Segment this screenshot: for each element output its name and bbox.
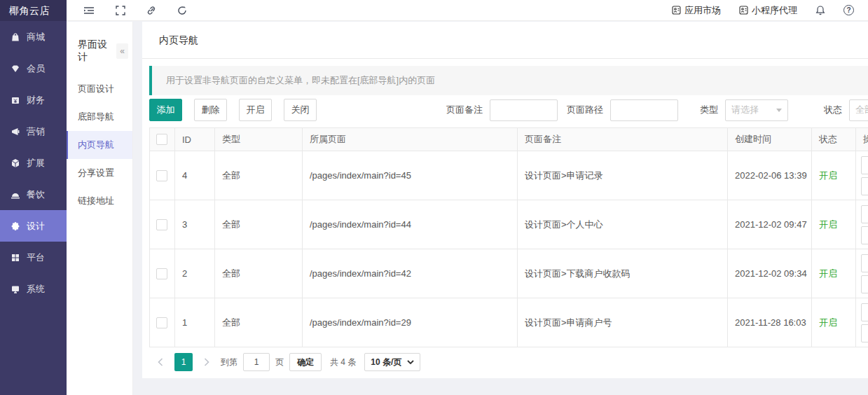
prev-page-button[interactable]	[152, 353, 169, 371]
row-action-button[interactable]	[861, 303, 868, 321]
row-checkbox[interactable]	[156, 219, 167, 230]
row-checkbox[interactable]	[156, 317, 167, 328]
row-action-button[interactable]	[861, 156, 868, 174]
sidebar-item-marketing[interactable]: 营销	[0, 116, 67, 147]
status-filter-select[interactable]: 全部	[849, 99, 868, 121]
path-filter-input[interactable]	[610, 99, 678, 121]
status-select-value: 全部	[855, 104, 868, 116]
cell-type: 全部	[215, 298, 303, 347]
total-count-label: 共 4 条	[330, 356, 356, 368]
secondary-sidebar-title: 界面设计	[78, 39, 116, 64]
sidebar-item-finance[interactable]: 财务	[0, 84, 67, 116]
goto-page-input[interactable]	[243, 353, 270, 371]
remark-filter-input[interactable]	[490, 99, 558, 121]
subnav-item-page-design[interactable]: 页面设计	[67, 75, 132, 103]
primary-sidebar: 椰角云店 商城 会员 财务 营销 扩展 餐饮 设计 平台 系统	[0, 0, 67, 395]
table-row: 2 全部 /pages/index/main?id=42 设计页面>下载商户收款…	[150, 249, 868, 298]
table-header-row: ID 类型 所属页面 页面备注 创建时间 状态 操作	[150, 128, 868, 151]
cell-page: /pages/index/main?id=29	[303, 298, 518, 347]
filter-remark: 页面备注	[446, 99, 558, 121]
member-icon	[11, 64, 20, 74]
sidebar-item-design[interactable]: 设计	[0, 210, 67, 242]
row-action-button[interactable]	[861, 205, 868, 223]
app-market-link[interactable]: 应用市场	[672, 4, 721, 17]
finance-icon	[11, 95, 20, 105]
sidebar-item-mall[interactable]: 商城	[0, 21, 67, 53]
topbar: 应用市场 小程序代理 ?	[67, 0, 868, 21]
sidebar-item-label: 平台	[27, 251, 45, 264]
filter-status: 状态 全部	[824, 99, 868, 121]
type-select-placeholder: 请选择	[731, 104, 759, 116]
collapse-menu-icon[interactable]	[83, 6, 95, 15]
page-title: 内页导航	[142, 22, 868, 59]
data-table: ID 类型 所属页面 页面备注 创建时间 状态 操作 4 全部 /pages/i…	[149, 127, 868, 347]
row-action-button[interactable]	[861, 324, 868, 342]
cell-created: 2021-12-02 09:34	[728, 249, 812, 298]
dining-icon	[11, 190, 20, 200]
subnav-item-bottom-nav[interactable]: 底部导航	[67, 103, 132, 131]
row-checkbox[interactable]	[156, 170, 167, 181]
goto-confirm-button[interactable]: 确定	[289, 353, 322, 371]
content-card: 内页导航 用于设置非导航页面的自定义菜单，即未配置在[底部导航]内的页面 添加 …	[142, 22, 868, 378]
per-page-value: 10 条/页	[371, 356, 401, 368]
sidebar-collapse-button[interactable]: «	[116, 43, 128, 59]
cell-type: 全部	[215, 200, 303, 249]
status-badge: 开启	[812, 200, 856, 249]
mall-icon	[11, 32, 20, 42]
cell-remark: 设计页面>申请记录	[518, 151, 728, 200]
mini-program-agent-label: 小程序代理	[752, 4, 797, 17]
row-checkbox[interactable]	[156, 268, 167, 279]
path-filter-label: 页面路径	[567, 104, 603, 116]
info-banner-text: 用于设置非导航页面的自定义菜单，即未配置在[底部导航]内的页面	[166, 74, 435, 87]
subnav-item-inner-nav[interactable]: 内页导航	[67, 131, 132, 159]
info-banner: 用于设置非导航页面的自定义菜单，即未配置在[底部导航]内的页面	[149, 66, 868, 95]
system-icon	[11, 284, 20, 294]
sidebar-item-member[interactable]: 会员	[0, 53, 67, 84]
app-market-icon	[672, 6, 681, 15]
select-all-checkbox[interactable]	[156, 134, 167, 145]
delete-button[interactable]: 删除	[194, 99, 227, 121]
next-page-button[interactable]	[198, 353, 215, 371]
help-icon[interactable]: ?	[843, 5, 854, 15]
chevron-down-icon	[407, 360, 414, 364]
row-action-button[interactable]	[861, 254, 868, 272]
col-header-status: 状态	[812, 128, 856, 151]
sidebar-item-extension[interactable]: 扩展	[0, 147, 67, 179]
add-button[interactable]: 添加	[149, 99, 182, 121]
enable-button[interactable]: 开启	[239, 99, 272, 121]
page-unit-label: 页	[275, 356, 284, 368]
sidebar-item-system[interactable]: 系统	[0, 273, 67, 305]
sidebar-item-label: 餐饮	[27, 188, 45, 201]
row-action-button[interactable]	[861, 275, 868, 293]
disable-button[interactable]: 关闭	[284, 99, 317, 121]
type-filter-select[interactable]: 请选择	[725, 99, 788, 121]
table-row: 3 全部 /pages/index/main?id=44 设计页面>个人中心 2…	[150, 200, 868, 249]
sidebar-item-platform[interactable]: 平台	[0, 242, 67, 273]
fullscreen-icon[interactable]	[116, 6, 125, 15]
cell-type: 全部	[215, 151, 303, 200]
per-page-select[interactable]: 10 条/页	[364, 353, 420, 371]
filter-type: 类型 请选择	[700, 99, 788, 121]
row-action-button[interactable]	[861, 177, 868, 195]
status-badge: 开启	[812, 151, 856, 200]
main-area: 内页导航 用于设置非导航页面的自定义菜单，即未配置在[底部导航]内的页面 添加 …	[133, 22, 868, 395]
marketing-icon	[11, 127, 20, 137]
col-header-page: 所属页面	[303, 128, 518, 151]
subnav-item-link-address[interactable]: 链接地址	[67, 187, 132, 215]
refresh-icon[interactable]	[177, 6, 187, 15]
sidebar-item-dining[interactable]: 餐饮	[0, 179, 67, 210]
secondary-sidebar: 界面设计 « 页面设计 底部导航 内页导航 分享设置 链接地址	[67, 22, 133, 395]
page-number-button[interactable]: 1	[174, 353, 193, 371]
chevron-down-icon	[776, 109, 782, 112]
sidebar-item-label: 扩展	[27, 157, 45, 169]
cell-remark: 设计页面>个人中心	[518, 200, 728, 249]
extension-icon	[11, 158, 20, 168]
sidebar-item-label: 财务	[27, 94, 45, 106]
row-action-button[interactable]	[861, 226, 868, 244]
subnav-item-share-settings[interactable]: 分享设置	[67, 159, 132, 187]
link-icon[interactable]	[146, 6, 156, 15]
cell-id: 3	[175, 200, 215, 249]
bell-icon[interactable]	[815, 5, 825, 15]
design-icon	[11, 221, 20, 231]
mini-program-agent-link[interactable]: 小程序代理	[739, 4, 797, 17]
